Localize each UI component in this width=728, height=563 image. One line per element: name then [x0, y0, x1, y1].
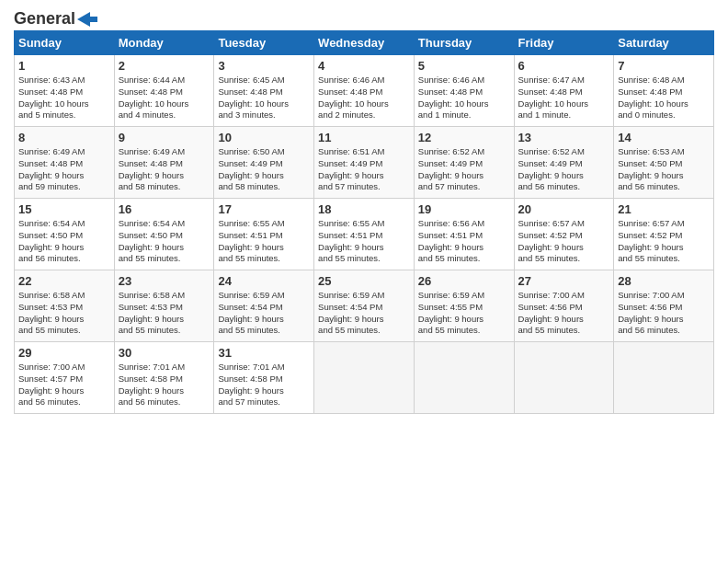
- calendar-cell: 29Sunrise: 7:00 AM Sunset: 4:57 PM Dayli…: [15, 342, 115, 414]
- calendar-cell: 2Sunrise: 6:44 AM Sunset: 4:48 PM Daylig…: [114, 55, 214, 127]
- day-info: Sunrise: 6:57 AM Sunset: 4:52 PM Dayligh…: [518, 218, 610, 265]
- day-number: 13: [518, 131, 610, 144]
- calendar-cell: 16Sunrise: 6:54 AM Sunset: 4:50 PM Dayli…: [114, 199, 214, 270]
- day-info: Sunrise: 7:01 AM Sunset: 4:58 PM Dayligh…: [119, 362, 210, 408]
- day-number: 26: [418, 274, 510, 288]
- calendar-cell: 18Sunrise: 6:55 AM Sunset: 4:51 PM Dayli…: [314, 199, 415, 270]
- day-number: 25: [318, 274, 410, 288]
- day-info: Sunrise: 6:58 AM Sunset: 4:53 PM Dayligh…: [18, 290, 110, 337]
- day-info: Sunrise: 6:55 AM Sunset: 4:51 PM Dayligh…: [218, 218, 310, 265]
- day-info: Sunrise: 7:01 AM Sunset: 4:58 PM Dayligh…: [218, 362, 310, 408]
- calendar-cell: 22Sunrise: 6:58 AM Sunset: 4:53 PM Dayli…: [15, 270, 115, 342]
- day-info: Sunrise: 7:00 AM Sunset: 4:56 PM Dayligh…: [518, 290, 610, 337]
- calendar-cell: 21Sunrise: 6:57 AM Sunset: 4:52 PM Dayli…: [614, 199, 714, 270]
- calendar-cell: [514, 342, 614, 414]
- day-number: 21: [618, 202, 710, 216]
- calendar-cell: 31Sunrise: 7:01 AM Sunset: 4:58 PM Dayli…: [214, 342, 314, 414]
- calendar-cell: 14Sunrise: 6:53 AM Sunset: 4:50 PM Dayli…: [614, 127, 714, 199]
- calendar-cell: 6Sunrise: 6:47 AM Sunset: 4:48 PM Daylig…: [514, 55, 614, 127]
- day-number: 20: [518, 202, 610, 216]
- day-number: 11: [318, 131, 410, 144]
- calendar-cell: [614, 342, 714, 414]
- day-number: 3: [218, 59, 310, 73]
- calendar-cell: 24Sunrise: 6:59 AM Sunset: 4:54 PM Dayli…: [214, 270, 314, 342]
- calendar-cell: [314, 342, 415, 414]
- day-number: 16: [119, 202, 210, 216]
- day-number: 22: [18, 274, 110, 288]
- day-number: 24: [218, 274, 310, 288]
- calendar-table: SundayMondayTuesdayWednesdayThursdayFrid…: [14, 30, 714, 414]
- day-info: Sunrise: 6:52 AM Sunset: 4:49 PM Dayligh…: [518, 146, 610, 193]
- day-header-saturday: Saturday: [614, 31, 714, 55]
- day-info: Sunrise: 6:59 AM Sunset: 4:55 PM Dayligh…: [418, 290, 510, 337]
- day-info: Sunrise: 6:54 AM Sunset: 4:50 PM Dayligh…: [18, 218, 110, 265]
- calendar-cell: 20Sunrise: 6:57 AM Sunset: 4:52 PM Dayli…: [514, 199, 614, 270]
- day-number: 19: [418, 202, 510, 216]
- day-number: 2: [119, 59, 210, 73]
- day-header-friday: Friday: [514, 31, 614, 55]
- calendar-cell: 26Sunrise: 6:59 AM Sunset: 4:55 PM Dayli…: [414, 270, 514, 342]
- day-info: Sunrise: 6:58 AM Sunset: 4:53 PM Dayligh…: [119, 290, 210, 337]
- day-info: Sunrise: 6:59 AM Sunset: 4:54 PM Dayligh…: [218, 290, 310, 337]
- day-number: 29: [18, 346, 110, 360]
- day-info: Sunrise: 7:00 AM Sunset: 4:56 PM Dayligh…: [618, 290, 710, 337]
- day-header-thursday: Thursday: [414, 31, 514, 55]
- day-header-wednesday: Wednesday: [314, 31, 415, 55]
- header: General: [14, 9, 714, 25]
- day-number: 18: [318, 202, 410, 216]
- day-info: Sunrise: 6:49 AM Sunset: 4:48 PM Dayligh…: [119, 146, 210, 193]
- calendar-cell: 8Sunrise: 6:49 AM Sunset: 4:48 PM Daylig…: [15, 127, 115, 199]
- day-info: Sunrise: 6:43 AM Sunset: 4:48 PM Dayligh…: [18, 75, 110, 121]
- logo: General: [14, 9, 97, 25]
- day-number: 7: [618, 59, 710, 73]
- calendar-cell: 12Sunrise: 6:52 AM Sunset: 4:49 PM Dayli…: [414, 127, 514, 199]
- svg-marker-0: [77, 12, 97, 27]
- logo-arrow-icon: [77, 12, 97, 27]
- day-number: 23: [119, 274, 210, 288]
- calendar-cell: 4Sunrise: 6:46 AM Sunset: 4:48 PM Daylig…: [314, 55, 415, 127]
- main-container: General SundayMondayTuesdayWednesdayThur…: [0, 0, 728, 423]
- day-info: Sunrise: 6:52 AM Sunset: 4:49 PM Dayligh…: [418, 146, 510, 193]
- calendar-cell: 15Sunrise: 6:54 AM Sunset: 4:50 PM Dayli…: [15, 199, 115, 270]
- day-number: 9: [119, 131, 210, 144]
- calendar-cell: 10Sunrise: 6:50 AM Sunset: 4:49 PM Dayli…: [214, 127, 314, 199]
- day-number: 31: [218, 346, 310, 360]
- day-info: Sunrise: 6:55 AM Sunset: 4:51 PM Dayligh…: [318, 218, 410, 265]
- calendar-cell: 28Sunrise: 7:00 AM Sunset: 4:56 PM Dayli…: [614, 270, 714, 342]
- day-number: 30: [119, 346, 210, 360]
- day-info: Sunrise: 6:50 AM Sunset: 4:49 PM Dayligh…: [218, 146, 310, 193]
- day-info: Sunrise: 6:53 AM Sunset: 4:50 PM Dayligh…: [618, 146, 710, 193]
- calendar-cell: 7Sunrise: 6:48 AM Sunset: 4:48 PM Daylig…: [614, 55, 714, 127]
- day-number: 4: [318, 59, 410, 73]
- calendar-cell: 23Sunrise: 6:58 AM Sunset: 4:53 PM Dayli…: [114, 270, 214, 342]
- calendar-cell: 5Sunrise: 6:46 AM Sunset: 4:48 PM Daylig…: [414, 55, 514, 127]
- day-number: 1: [18, 59, 110, 73]
- day-info: Sunrise: 6:57 AM Sunset: 4:52 PM Dayligh…: [618, 218, 710, 265]
- calendar-cell: 25Sunrise: 6:59 AM Sunset: 4:54 PM Dayli…: [314, 270, 415, 342]
- day-info: Sunrise: 6:48 AM Sunset: 4:48 PM Dayligh…: [618, 75, 710, 121]
- day-info: Sunrise: 6:46 AM Sunset: 4:48 PM Dayligh…: [418, 75, 510, 121]
- day-number: 14: [618, 131, 710, 144]
- day-number: 8: [18, 131, 110, 144]
- day-info: Sunrise: 6:54 AM Sunset: 4:50 PM Dayligh…: [119, 218, 210, 265]
- day-info: Sunrise: 6:51 AM Sunset: 4:49 PM Dayligh…: [318, 146, 410, 193]
- day-info: Sunrise: 6:45 AM Sunset: 4:48 PM Dayligh…: [218, 75, 310, 121]
- day-info: Sunrise: 6:59 AM Sunset: 4:54 PM Dayligh…: [318, 290, 410, 337]
- day-header-tuesday: Tuesday: [214, 31, 314, 55]
- day-number: 27: [518, 274, 610, 288]
- day-number: 17: [218, 202, 310, 216]
- day-number: 12: [418, 131, 510, 144]
- day-number: 10: [218, 131, 310, 144]
- day-info: Sunrise: 6:56 AM Sunset: 4:51 PM Dayligh…: [418, 218, 510, 265]
- calendar-cell: 27Sunrise: 7:00 AM Sunset: 4:56 PM Dayli…: [514, 270, 614, 342]
- calendar-cell: 17Sunrise: 6:55 AM Sunset: 4:51 PM Dayli…: [214, 199, 314, 270]
- logo-general: General: [14, 9, 75, 29]
- calendar-cell: 3Sunrise: 6:45 AM Sunset: 4:48 PM Daylig…: [214, 55, 314, 127]
- calendar-cell: 9Sunrise: 6:49 AM Sunset: 4:48 PM Daylig…: [114, 127, 214, 199]
- day-info: Sunrise: 6:46 AM Sunset: 4:48 PM Dayligh…: [318, 75, 410, 121]
- day-number: 15: [18, 202, 110, 216]
- day-info: Sunrise: 7:00 AM Sunset: 4:57 PM Dayligh…: [18, 362, 110, 408]
- day-number: 6: [518, 59, 610, 73]
- day-header-sunday: Sunday: [15, 31, 115, 55]
- day-info: Sunrise: 6:44 AM Sunset: 4:48 PM Dayligh…: [119, 75, 210, 121]
